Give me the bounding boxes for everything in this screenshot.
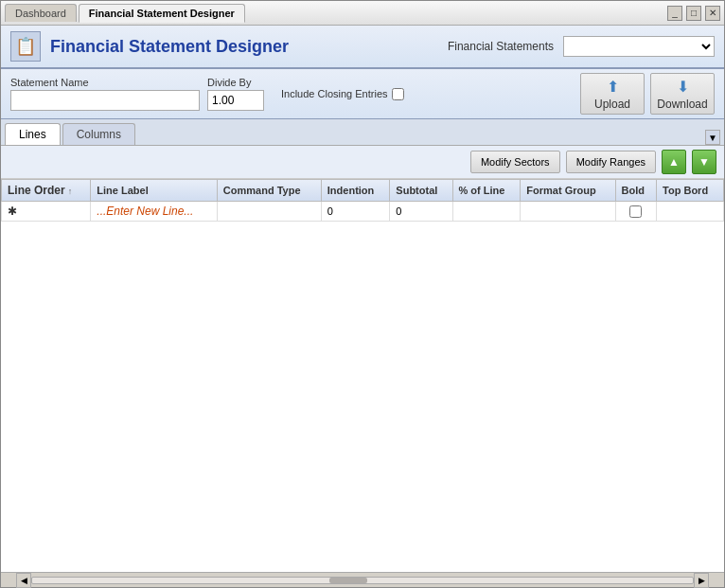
col-top-bord: Top Bord [657,180,724,202]
close-button[interactable]: ✕ [705,6,720,21]
col-indention: Indention [321,180,390,202]
download-icon: ⬇ [677,78,689,96]
page-title: Financial Statement Designer [50,37,289,57]
new-line-label: ...Enter New Line... [97,205,193,218]
scroll-right-button[interactable]: ▶ [694,573,709,588]
toolbar: Statement Name Divide By Include Closing… [1,69,724,119]
move-up-icon: ▲ [668,155,680,169]
divide-by-group: Divide By [207,77,264,111]
col-line-order-label: Line Order [8,184,65,197]
col-subtotal: Subtotal [390,180,452,202]
download-button[interactable]: ⬇ Download [650,73,715,115]
divide-by-label: Divide By [207,77,264,88]
table-row[interactable]: ✱ ...Enter New Line... 0 0 [2,202,724,222]
scrollbar-track [31,577,694,584]
move-up-button[interactable]: ▲ [662,150,686,174]
col-command-type: Command Type [217,180,321,202]
col-line-label: Line Label [91,180,218,202]
row-bold [615,202,656,222]
row-indention: 0 [321,202,390,222]
tab-financial-statement-designer[interactable]: Financial Statement Designer [79,4,245,23]
horizontal-scrollbar: ◀ ▶ [1,572,724,587]
col-line-order: Line Order ↑ [2,180,91,202]
upload-label: Upload [594,98,630,111]
row-star: ✱ [2,202,91,222]
include-closing-label: Include Closing Entries [281,88,388,99]
row-bold-checkbox[interactable] [629,205,642,218]
col-format-group: Format Group [521,180,615,202]
include-closing-group: Include Closing Entries [281,88,404,100]
tab-dashboard[interactable]: Dashboard [5,4,77,22]
page-header: 📋 Financial Statement Designer Financial… [1,26,724,69]
divide-by-input[interactable] [207,90,264,111]
financial-statements-select[interactable] [563,36,715,57]
row-subtotal: 0 [390,202,452,222]
table-container: Line Order ↑ Line Label Command Type Ind… [1,179,724,572]
lines-table: Line Order ↑ Line Label Command Type Ind… [1,179,724,222]
col-pct-of-line: % of Line [452,180,521,202]
include-closing-checkbox[interactable] [392,88,404,100]
main-window: Dashboard Financial Statement Designer _… [0,0,725,588]
tab-lines[interactable]: Lines [5,123,61,145]
scrollbar-thumb[interactable] [329,578,367,583]
modify-ranges-button[interactable]: Modify Ranges [566,151,656,173]
financial-statements-label: Financial Statements [448,40,554,53]
row-command-type [217,202,321,222]
move-down-button[interactable]: ▼ [692,150,716,174]
scroll-left-button[interactable]: ◀ [16,573,31,588]
table-header-row: Line Order ↑ Line Label Command Type Ind… [2,180,724,202]
title-bar: Dashboard Financial Statement Designer _… [1,1,724,26]
upload-icon: ⬆ [607,78,619,96]
row-format-group [521,202,615,222]
upload-download-group: ⬆ Upload ⬇ Download [580,73,715,115]
move-down-icon: ▼ [698,155,710,169]
row-top-bord [657,202,724,222]
restore-button[interactable]: □ [686,6,701,21]
tab-columns[interactable]: Columns [62,123,135,145]
statement-name-group: Statement Name [10,77,200,111]
tabs-chevron-icon[interactable]: ▼ [705,130,720,145]
col-bold: Bold [615,180,656,202]
sort-arrow-icon: ↑ [68,187,73,196]
statement-name-input[interactable] [10,90,200,111]
minimize-button[interactable]: _ [667,6,682,21]
upload-button[interactable]: ⬆ Upload [580,73,645,115]
row-new-line[interactable]: ...Enter New Line... [91,202,218,222]
modify-sectors-button[interactable]: Modify Sectors [470,151,560,173]
download-label: Download [657,98,707,111]
statement-name-label: Statement Name [10,77,200,88]
row-pct-of-line [452,202,521,222]
page-icon: 📋 [10,31,41,62]
inner-tabs-bar: Lines Columns ▼ [1,119,724,146]
sub-toolbar: Modify Sectors Modify Ranges ▲ ▼ [1,146,724,179]
